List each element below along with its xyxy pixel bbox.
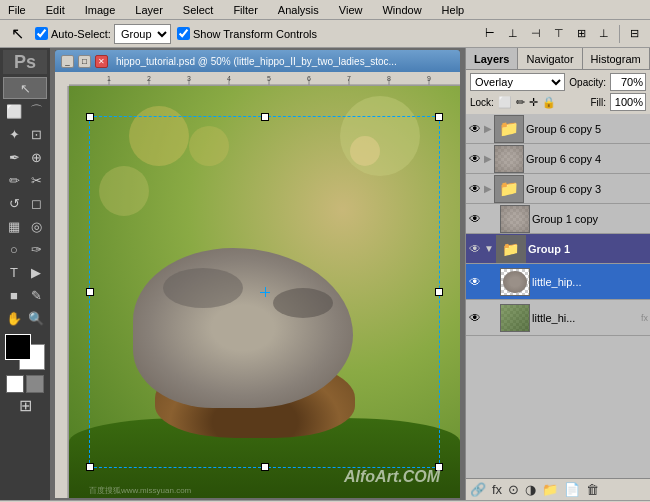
- tab-layers[interactable]: Layers: [466, 48, 518, 69]
- menu-filter[interactable]: Filter: [229, 2, 261, 18]
- dodge-tool[interactable]: ○: [4, 238, 25, 260]
- visibility-little-hi2[interactable]: 👁: [468, 311, 482, 325]
- distribute-icon[interactable]: ⊟: [625, 23, 644, 45]
- brush-tool[interactable]: ✏: [4, 169, 25, 191]
- layer-item-group1[interactable]: 👁 ▼ 📁 Group 1: [466, 234, 650, 264]
- new-layer-button[interactable]: 📄: [564, 482, 580, 497]
- handle-tr[interactable]: [435, 113, 443, 121]
- color-selector[interactable]: [5, 334, 45, 370]
- quick-mask-mode[interactable]: [26, 375, 44, 393]
- show-transform-checkbox[interactable]: [177, 27, 190, 40]
- expand-group1[interactable]: ▼: [484, 243, 494, 254]
- thumb-group1copy: [500, 205, 530, 233]
- auto-select-container: Auto-Select: Group Layer: [35, 24, 171, 44]
- expand-group6copy4[interactable]: ▶: [484, 153, 492, 164]
- history-brush-tool[interactable]: ↺: [4, 192, 25, 214]
- healing-brush-tool[interactable]: ⊕: [26, 146, 47, 168]
- marquee-tool[interactable]: ⬜: [4, 100, 25, 122]
- tab-navigator[interactable]: Navigator: [518, 48, 582, 69]
- tab-histogram[interactable]: Histogram: [583, 48, 650, 69]
- crop-tool[interactable]: ⊡: [26, 123, 47, 145]
- lasso-tool[interactable]: ⌒: [26, 100, 47, 122]
- lock-image-icon[interactable]: ✏: [516, 96, 525, 109]
- handle-tl[interactable]: [86, 113, 94, 121]
- zoom-tools: ✋ 🔍: [4, 307, 47, 329]
- visibility-group1copy[interactable]: 👁: [468, 212, 482, 226]
- visibility-group1[interactable]: 👁: [468, 242, 482, 256]
- handle-mr[interactable]: [435, 288, 443, 296]
- layer-item-group6copy4[interactable]: 👁 ▶ Group 6 copy 4: [466, 144, 650, 174]
- slice-tools: ✒ ⊕: [4, 146, 47, 168]
- align-center-h-icon[interactable]: ⊥: [503, 23, 523, 45]
- lock-label: Lock:: [470, 97, 494, 108]
- minimize-button[interactable]: _: [61, 55, 74, 68]
- hand-tool[interactable]: ✋: [4, 307, 25, 329]
- blend-mode-select[interactable]: Overlay Normal Multiply Screen: [470, 73, 565, 91]
- align-bottom-icon[interactable]: ⊥: [594, 23, 614, 45]
- quick-select-tool[interactable]: ✦: [4, 123, 25, 145]
- align-left-icon[interactable]: ⊢: [480, 23, 500, 45]
- auto-select-checkbox[interactable]: [35, 27, 48, 40]
- fx-button[interactable]: fx: [492, 482, 502, 497]
- align-top-icon[interactable]: ⊤: [549, 23, 569, 45]
- svg-text:5: 5: [267, 75, 271, 82]
- menu-view[interactable]: View: [335, 2, 367, 18]
- add-mask-button[interactable]: ⊙: [508, 482, 519, 497]
- lock-all-icon[interactable]: 🔒: [542, 96, 556, 109]
- maximize-button[interactable]: □: [78, 55, 91, 68]
- adjustment-layer-button[interactable]: ◑: [525, 482, 536, 497]
- menu-layer[interactable]: Layer: [131, 2, 167, 18]
- name-group6copy3: Group 6 copy 3: [526, 183, 648, 195]
- shape-tool[interactable]: ■: [4, 284, 25, 306]
- menu-edit[interactable]: Edit: [42, 2, 69, 18]
- menu-select[interactable]: Select: [179, 2, 218, 18]
- visibility-group6copy3[interactable]: 👁: [468, 182, 482, 196]
- lock-position-icon[interactable]: ✛: [529, 96, 538, 109]
- lock-transparent-icon[interactable]: ⬜: [498, 96, 512, 109]
- type-tool[interactable]: T: [4, 261, 25, 283]
- clone-stamp-tool[interactable]: ✂: [26, 169, 47, 191]
- layer-item-group1copy[interactable]: 👁 Group 1 copy: [466, 204, 650, 234]
- screen-mode-icon[interactable]: ⊞: [3, 394, 47, 416]
- align-middle-v-icon[interactable]: ⊞: [572, 23, 591, 45]
- close-button[interactable]: ✕: [95, 55, 108, 68]
- visibility-little-hip[interactable]: 👁: [468, 275, 482, 289]
- handle-ml[interactable]: [86, 288, 94, 296]
- eraser-tool[interactable]: ◻: [26, 192, 47, 214]
- handle-tm[interactable]: [261, 113, 269, 121]
- layer-item-group6copy3[interactable]: 👁 ▶ 📁 Group 6 copy 3: [466, 174, 650, 204]
- crop-tools: ✦ ⊡: [4, 123, 47, 145]
- menu-image[interactable]: Image: [81, 2, 120, 18]
- delete-layer-button[interactable]: 🗑: [586, 482, 599, 497]
- align-right-icon[interactable]: ⊣: [526, 23, 546, 45]
- layer-item-little-hi2[interactable]: 👁 little_hi... fx: [466, 300, 650, 336]
- auto-select-dropdown[interactable]: Group Layer: [114, 24, 171, 44]
- eyedropper-tool[interactable]: ✒: [4, 146, 25, 168]
- canvas-window: _ □ ✕ hippo_tutorial.psd @ 50% (little_h…: [55, 50, 460, 498]
- pen-tool[interactable]: ✑: [26, 238, 47, 260]
- zoom-tool[interactable]: 🔍: [26, 307, 47, 329]
- visibility-group6copy5[interactable]: 👁: [468, 122, 482, 136]
- expand-group6copy5[interactable]: ▶: [484, 123, 492, 134]
- gradient-tool[interactable]: ▦: [4, 215, 25, 237]
- link-layers-button[interactable]: 🔗: [470, 482, 486, 497]
- menu-window[interactable]: Window: [378, 2, 425, 18]
- path-select-tool[interactable]: ▶: [26, 261, 47, 283]
- layer-item-group6copy5[interactable]: 👁 ▶ 📁 Group 6 copy 5: [466, 114, 650, 144]
- menu-help[interactable]: Help: [438, 2, 469, 18]
- foreground-color[interactable]: [5, 334, 31, 360]
- photo-background: AlfoArt.COM 百度搜狐www.missyuan.com: [69, 86, 460, 498]
- blend-mode-row: Overlay Normal Multiply Screen Opacity:: [470, 73, 646, 91]
- blur-tool[interactable]: ◎: [26, 215, 47, 237]
- standard-mode[interactable]: [6, 375, 24, 393]
- menu-file[interactable]: File: [4, 2, 30, 18]
- opacity-input[interactable]: [610, 73, 646, 91]
- visibility-group6copy4[interactable]: 👁: [468, 152, 482, 166]
- notes-tool[interactable]: ✎: [26, 284, 47, 306]
- fill-input[interactable]: [610, 93, 646, 111]
- menu-analysis[interactable]: Analysis: [274, 2, 323, 18]
- new-group-button[interactable]: 📁: [542, 482, 558, 497]
- layer-item-little-hip[interactable]: 👁 little_hip...: [466, 264, 650, 300]
- move-tool[interactable]: ↖: [3, 77, 47, 99]
- expand-group6copy3[interactable]: ▶: [484, 183, 492, 194]
